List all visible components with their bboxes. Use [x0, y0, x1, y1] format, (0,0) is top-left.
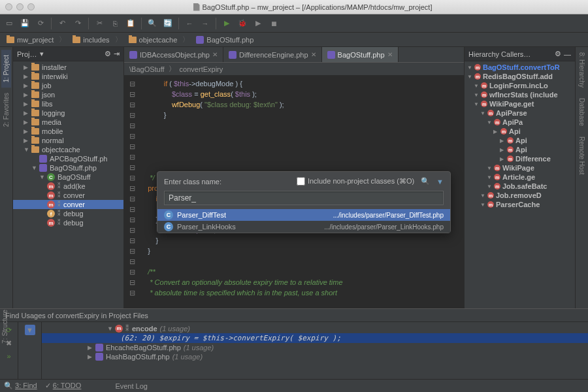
class-icon: C	[47, 173, 55, 181]
undo-icon[interactable]: ↶	[57, 18, 67, 29]
tree-class[interactable]: ▼CBagOStuff	[13, 172, 123, 182]
zoom-window-icon[interactable]	[27, 3, 35, 10]
tree-folder[interactable]: ▶mobile	[13, 127, 123, 136]
crumb-file[interactable]: BagOStuff.php	[193, 36, 261, 44]
crumb-project[interactable]: mw_project	[4, 35, 69, 44]
toolwindow-find-tab[interactable]: 🔍 3: Find	[4, 382, 37, 390]
tree-folder[interactable]: ▶normal	[13, 136, 123, 145]
hierarchy-item[interactable]: ▼mLoginForm.incLo	[465, 81, 575, 90]
hierarchy-item[interactable]: ▶mDifference	[465, 154, 575, 163]
tree-folder[interactable]: ▶job	[13, 81, 123, 90]
crumb-objectcache[interactable]: objectcache	[126, 35, 193, 44]
save-icon[interactable]: 💾	[20, 18, 30, 29]
usage-file[interactable]: ▶ HashBagOStuff.php (1 usage)	[42, 352, 588, 361]
project-tree[interactable]: ▶installer▶interwiki▶job▶json▶libs▶loggi…	[13, 61, 123, 229]
toolwindow-project-tab[interactable]: 1: Project	[1, 50, 11, 88]
window-controls[interactable]	[5, 3, 35, 10]
hierarchy-item[interactable]: ▼mwfIncrStats (include	[465, 90, 575, 99]
filter-icon[interactable]: ▼	[25, 325, 35, 335]
usage-occurrence[interactable]: (62: 20) $expiry = $this->convertExpiry(…	[42, 333, 588, 343]
tree-member[interactable]: m⁑debug	[13, 218, 123, 227]
tree-folder[interactable]: ▶json	[13, 90, 123, 99]
tree-folder[interactable]: ▶installer	[13, 63, 123, 72]
include-nonproject-checkbox[interactable]: Include non-project classes (⌘O)	[297, 177, 414, 186]
toolwindow-todo-tab[interactable]: ✓ 6: TODO	[45, 382, 82, 390]
hierarchy-item[interactable]: ▼mWikiPage.get	[465, 99, 575, 108]
open-icon[interactable]: ▭	[4, 18, 14, 29]
tree-folder[interactable]: ▶logging	[13, 108, 123, 118]
toolwindow-structure-tab[interactable]: 7: Structure	[0, 307, 10, 346]
folder-icon	[31, 110, 39, 116]
close-icon[interactable]: ✕	[212, 51, 218, 58]
editor-tab[interactable]: IDBAccessObject.php✕	[124, 47, 223, 62]
hierarchy-item[interactable]: ▶mApi	[465, 145, 575, 154]
redo-icon[interactable]: ↷	[73, 18, 83, 29]
gear-icon[interactable]: ⚙	[105, 50, 111, 58]
toolwindow-remotehost-tab[interactable]: Remote Host	[577, 131, 587, 180]
tree-member[interactable]: m⁑conver	[13, 191, 123, 200]
search-icon[interactable]: 🔍	[421, 177, 430, 186]
hierarchy-tree[interactable]: ▼mBagOStuff.convertToR▼mRedisBagOStuff.a…	[465, 61, 575, 210]
popup-results[interactable]: CParser_DiffTest.../includes/parser/Pars…	[157, 209, 450, 233]
toolwindow-database-tab[interactable]: Database	[577, 93, 587, 131]
tree-folder[interactable]: ▼objectcache	[13, 145, 123, 154]
hierarchy-item[interactable]: ▼mArticle.ge	[465, 172, 575, 182]
hierarchy-item[interactable]: ▼mApiPa	[465, 118, 575, 127]
popup-result-item[interactable]: CParser_DiffTest.../includes/parser/Pars…	[157, 209, 450, 221]
hierarchy-item[interactable]: ▼mBagOStuff.convertToR	[465, 63, 575, 72]
dropdown-icon[interactable]: ▾	[40, 50, 44, 58]
folder-icon	[31, 64, 39, 71]
collapse-icon[interactable]: ⇥	[114, 50, 120, 58]
breadcrumb-method[interactable]: convertExpiry	[180, 65, 223, 73]
hierarchy-item[interactable]: ▶mApi	[465, 127, 575, 136]
hierarchy-item[interactable]: ▼mJob.safeBatc	[465, 182, 575, 191]
back-icon[interactable]: ←	[184, 18, 195, 29]
replace-icon[interactable]: 🔄	[163, 18, 173, 29]
class-name-input[interactable]	[164, 191, 444, 205]
pin-icon[interactable]: »	[4, 351, 14, 361]
tree-folder[interactable]: ▶libs	[13, 99, 123, 108]
hierarchy-item[interactable]: ▶mApi	[465, 136, 575, 145]
hierarchy-item[interactable]: ▼mWikiPage	[465, 163, 575, 172]
tree-member[interactable]: f⁑debug	[13, 209, 123, 218]
tree-file[interactable]: ▼BagOStuff.php	[13, 163, 123, 172]
hide-icon[interactable]: —	[564, 50, 571, 58]
stop-icon[interactable]: ⏹	[269, 18, 279, 29]
usage-file[interactable]: ▶ EhcacheBagOStuff.php (1 usage)	[42, 343, 588, 352]
tree-file[interactable]: APCBagOStuff.ph	[13, 154, 123, 163]
editor-tab[interactable]: BagOStuff.php✕	[322, 47, 399, 62]
refresh-icon[interactable]: ⟳	[35, 18, 46, 29]
hierarchy-item[interactable]: ▼mApiParse	[465, 108, 575, 118]
debug-icon[interactable]: 🐞	[237, 18, 248, 29]
toolwindow-favorites-tab[interactable]: 2: Favorites	[1, 88, 11, 132]
hierarchy-item[interactable]: ▼mJob.removeD	[465, 191, 575, 200]
toolwindow-eventlog-tab[interactable]: Event Log	[115, 382, 148, 390]
popup-result-item[interactable]: CParser_LinkHooks.../includes/parser/Par…	[157, 221, 450, 233]
cut-icon[interactable]: ✂	[94, 18, 105, 29]
tree-folder[interactable]: ▶media	[13, 118, 123, 127]
close-icon[interactable]: ✕	[311, 51, 316, 58]
filter-icon[interactable]: ▼	[436, 178, 444, 186]
minimize-window-icon[interactable]	[16, 3, 24, 10]
hierarchy-item[interactable]: ▼mParserCache	[465, 200, 575, 209]
run-icon[interactable]: ▶	[221, 18, 232, 29]
tree-member[interactable]: m⁑add(ke	[13, 182, 123, 191]
usages-list[interactable]: ▼m⁑ encode (1 usage)(62: 20) $expiry = $…	[42, 322, 588, 379]
close-icon[interactable]: ✕	[387, 51, 393, 58]
method-icon: m	[474, 73, 481, 80]
find-icon[interactable]: 🔍	[147, 18, 157, 29]
tree-member[interactable]: m⁑conver	[13, 200, 123, 209]
toolwindow-hierarchy-tab[interactable]: 8: Hierarchy	[577, 47, 587, 93]
paste-icon[interactable]: 📋	[125, 18, 136, 29]
close-window-icon[interactable]	[5, 3, 12, 10]
copy-icon[interactable]: ⎘	[110, 18, 120, 29]
breadcrumb-class[interactable]: \BagOStuff	[129, 65, 165, 73]
usage-node[interactable]: ▼m⁑ encode (1 usage)	[42, 323, 588, 333]
forward-icon[interactable]: →	[200, 18, 210, 29]
tree-folder[interactable]: ▶interwiki	[13, 72, 123, 81]
coverage-icon[interactable]: ▶	[253, 18, 263, 29]
editor-tab[interactable]: DifferenceEngine.php✕	[223, 47, 322, 62]
hierarchy-item[interactable]: ▼mRedisBagOStuff.add	[465, 72, 575, 81]
crumb-includes[interactable]: includes	[70, 35, 124, 44]
gear-icon[interactable]: ⚙	[555, 50, 561, 58]
